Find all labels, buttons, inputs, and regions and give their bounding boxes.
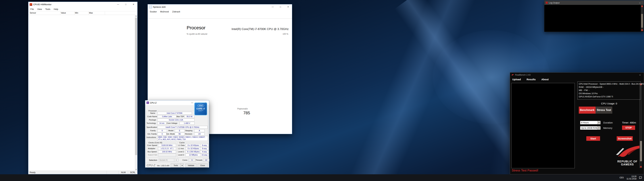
status-text: Ready bbox=[28, 171, 36, 174]
selection-dropdown-arrow-icon[interactable]: ▾ bbox=[174, 159, 178, 162]
l1inst-label: L1 Inst. bbox=[178, 148, 184, 150]
validate-button[interactable]: Validate bbox=[186, 164, 196, 168]
menu-view[interactable]: View bbox=[36, 7, 43, 11]
intel-core-i7-badge: intel CORE i7 inside™ bbox=[194, 102, 207, 116]
menu-about[interactable]: About bbox=[541, 78, 548, 82]
screenshot-button[interactable]: Screenshot bbox=[617, 136, 633, 141]
column-value[interactable]: Value bbox=[61, 12, 66, 14]
name-label: Name bbox=[150, 112, 155, 114]
page-title: Procesor bbox=[187, 25, 206, 30]
tools-dropdown-icon[interactable]: ▾ bbox=[180, 164, 184, 168]
tab-stress-test[interactable]: Stress Test bbox=[596, 106, 612, 114]
cpuz-window: ▦ CPU-Z — □ ✕ Processor Name Intel Core … bbox=[145, 100, 209, 168]
threads-field: 12 bbox=[203, 159, 209, 162]
minimize-button[interactable]: — bbox=[269, 4, 276, 10]
rog-wordmark: REPUBLIC OF GAMERS bbox=[611, 160, 644, 166]
family-field: 6 bbox=[157, 129, 167, 132]
menu-moznosti[interactable]: Možnosti bbox=[159, 10, 170, 14]
vertical-scrollbar[interactable]: ▲ ▼ bbox=[135, 15, 137, 171]
cpu-model-name: Intel(R) Core(TM) i7-8700K CPU @ 3.70GHz bbox=[232, 28, 289, 31]
revision-field: U0 bbox=[194, 132, 204, 136]
cores-field: 6 bbox=[188, 159, 196, 162]
menu-file[interactable]: File bbox=[29, 7, 35, 11]
log-titlebar[interactable]: Log Output ✕ bbox=[544, 0, 644, 5]
log-app-icon bbox=[546, 2, 548, 4]
log-scrollbar[interactable] bbox=[641, 5, 643, 31]
realbench-titlebar[interactable]: RealBench 2.43 ✕ bbox=[510, 72, 644, 77]
cpu-usage-text: CPU Usage: 0 bbox=[578, 102, 641, 105]
maximize-button[interactable]: □ bbox=[276, 4, 284, 10]
hwmonitor-app-icon: ⚡ bbox=[30, 3, 32, 6]
level3-way: 16-way bbox=[200, 154, 209, 156]
tab-benchmark[interactable]: Benchmark bbox=[579, 106, 596, 114]
sensor-table bbox=[28, 15, 137, 171]
cpu-name-field: Intel Core i7 8700K bbox=[157, 112, 192, 115]
menu-help[interactable]: Help bbox=[52, 7, 60, 11]
busspeed-label: Bus Speed bbox=[148, 151, 157, 153]
scrollbar-thumb[interactable] bbox=[641, 14, 643, 28]
model-label: Model bbox=[168, 130, 174, 132]
taskmanager-menubar: Soubor Možnosti Zobrazit bbox=[148, 10, 292, 14]
menu-upload[interactable]: Upload bbox=[512, 78, 521, 82]
column-max[interactable]: Max bbox=[89, 12, 93, 14]
ratedfsb-field bbox=[158, 154, 176, 156]
family-label: Family bbox=[150, 130, 156, 132]
close-button[interactable]: ✕ bbox=[130, 2, 137, 7]
close-button[interactable]: ✕ bbox=[636, 72, 644, 78]
stepping-label: Stepping bbox=[185, 130, 192, 132]
memory-select[interactable]: Up to 16GB RAM bbox=[580, 126, 600, 130]
groupbox-label: Clocks (Core #0) bbox=[148, 142, 163, 144]
hwmonitor-titlebar[interactable]: ⚡ CPUID HWMonitor — □ ✕ bbox=[28, 2, 137, 7]
scrollbar-thumb[interactable] bbox=[640, 141, 642, 162]
model-field: E bbox=[175, 129, 184, 132]
maximize-button[interactable]: □ bbox=[122, 2, 130, 7]
close-button[interactable]: Close bbox=[198, 164, 208, 168]
menu-results[interactable]: Results bbox=[526, 78, 536, 82]
tools-button[interactable]: Tools bbox=[171, 164, 181, 168]
realbench-results-list[interactable] bbox=[511, 83, 575, 168]
sysinfo-gpu: GPU1:NVIDIA GeForce GTX 1080 Ti bbox=[579, 95, 640, 98]
scroll-up-icon[interactable]: ▲ bbox=[135, 15, 137, 17]
corevoltage-field: 1.408 V bbox=[180, 122, 194, 125]
scroll-down-icon[interactable]: ▼ bbox=[135, 168, 137, 171]
close-button[interactable]: ✕ bbox=[636, 0, 644, 6]
cpuz-logo: CPU-Z bbox=[146, 164, 155, 167]
status-empty-cell bbox=[107, 171, 118, 174]
status-num: NUM bbox=[118, 171, 128, 174]
taskmanager-titlebar[interactable]: ∿ Správce úloh — □ ✕ bbox=[148, 4, 292, 10]
extmodel-field: 9E bbox=[175, 132, 184, 136]
sysinfo-mb: MB: - FW: - bbox=[579, 89, 640, 92]
column-sensor[interactable]: Sensor bbox=[30, 12, 36, 14]
taskmanager-app-icon: ∿ bbox=[149, 6, 152, 8]
language-indicator[interactable]: CES bbox=[619, 176, 624, 179]
minimize-button[interactable]: — bbox=[114, 2, 122, 7]
scrollbar-thumb[interactable] bbox=[135, 18, 137, 155]
l1data-way: 8-way bbox=[200, 144, 209, 147]
scroll-down-icon[interactable] bbox=[640, 166, 642, 168]
menu-soubor[interactable]: Soubor bbox=[148, 10, 158, 14]
action-center-icon[interactable] bbox=[639, 176, 642, 179]
duration-label: Duration bbox=[603, 121, 613, 124]
window-title: Log Output bbox=[549, 2, 560, 4]
close-button[interactable]: ✕ bbox=[284, 4, 292, 10]
menu-zobrazit[interactable]: Zobrazit bbox=[171, 10, 182, 14]
column-min[interactable]: Min bbox=[75, 12, 78, 14]
start-button[interactable]: Start bbox=[586, 136, 600, 141]
duration-select[interactable]: 8 Hours bbox=[580, 121, 600, 124]
menu-tools[interactable]: Tools bbox=[44, 7, 52, 11]
corevoltage-label: Core Voltage bbox=[167, 122, 178, 124]
window-title: Správce úloh bbox=[153, 6, 166, 8]
clock-date: 11.02.2018 bbox=[626, 178, 636, 180]
maxtdp-label: Max TDP bbox=[176, 116, 184, 118]
level3-field: 12 MBytes bbox=[186, 154, 201, 156]
system-info-box: CPU:Intel Processor - Speed:3693.4 MHz -… bbox=[578, 82, 641, 100]
codename-label: Code Name bbox=[147, 116, 157, 118]
selection-dropdown[interactable]: Socket #1 bbox=[159, 159, 176, 162]
stop-button[interactable]: STOP bbox=[622, 126, 635, 130]
scroll-down-icon[interactable] bbox=[641, 29, 643, 31]
spec-field: Intel® Core™ i7-8700K CPU @ 3.70GHz bbox=[157, 126, 208, 129]
codename-field: Coffee Lake bbox=[157, 115, 177, 118]
scroll-up-icon[interactable] bbox=[641, 6, 643, 7]
clock[interactable]: 13:20 11.02.2018 bbox=[626, 175, 637, 180]
per-core-graph-grid bbox=[187, 36, 288, 100]
